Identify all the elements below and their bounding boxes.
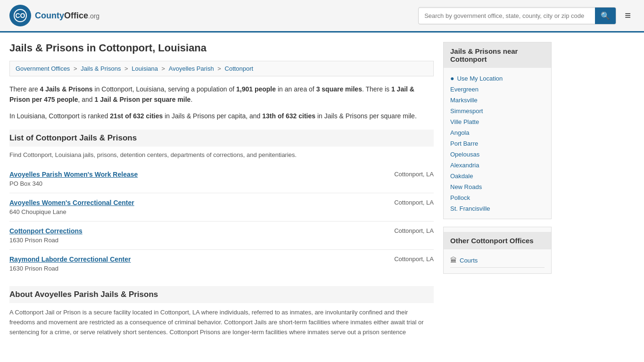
listing-left-2: Cottonport Corrections 1630 Prison Road (9, 227, 385, 244)
listing-name-2[interactable]: Cottonport Corrections (9, 227, 385, 235)
search-button[interactable]: 🔍 (595, 8, 616, 24)
logo-area: CO CountyOffice.org (9, 5, 99, 26)
svg-text:CO: CO (16, 12, 25, 19)
sidebar-city-new-roads[interactable]: New Roads (450, 181, 545, 192)
other-offices-header: Other Cottonport Offices (444, 232, 551, 249)
listing-location-2: Cottonport, LA (385, 227, 434, 234)
courts-label: Courts (460, 257, 478, 264)
page-container: Jails & Prisons in Cottonport, Louisiana… (0, 33, 644, 347)
nearby-header-text: Jails & Prisons near Cottonport (450, 47, 518, 63)
breadcrumb-jails[interactable]: Jails & Prisons (81, 65, 121, 72)
divider (450, 267, 545, 268)
breadcrumb-louisiana[interactable]: Louisiana (132, 65, 158, 72)
jails-count: 4 Jails & Prisons (40, 85, 93, 93)
logo-text: CountyOffice.org (35, 11, 99, 21)
listing-item: Raymond Laborde Correctional Center 1630… (9, 250, 434, 278)
rank-per-sqmi: 13th of 632 cities (262, 112, 315, 120)
sidebar-city-angola[interactable]: Angola (450, 127, 545, 138)
use-my-location-link[interactable]: ● Use My Location (450, 73, 545, 84)
breadcrumb-gov-offices[interactable]: Government Offices (16, 65, 70, 72)
courts-link[interactable]: 🏛 Courts (450, 254, 545, 266)
list-section-header: List of Cottonport Jails & Prisons (9, 130, 434, 147)
sidebar-city-simmesport[interactable]: Simmesport (450, 106, 545, 116)
sidebar-city-marksville[interactable]: Marksville (450, 95, 545, 106)
area: 3 square miles (316, 85, 362, 93)
nearby-jails-header: Jails & Prisons near Cottonport (444, 42, 551, 68)
sidebar-city-pollock[interactable]: Pollock (450, 192, 545, 203)
sidebar-city-port-barre[interactable]: Port Barre (450, 138, 545, 149)
breadcrumb-avoyelles[interactable]: Avoyelles Parish (169, 65, 214, 72)
listing-name-3[interactable]: Raymond Laborde Correctional Center (9, 255, 385, 263)
other-offices-header-text: Other Cottonport Offices (450, 237, 534, 245)
about-section-title: About Avoyelles Parish Jails & Prisons (9, 290, 434, 299)
rank-per-capita: 21st of 632 cities (110, 112, 163, 120)
summary-line1: There are 4 Jails & Prisons in Cottonpor… (9, 84, 434, 105)
sidebar-city-oakdale[interactable]: Oakdale (450, 171, 545, 181)
nearby-jails-content: ● Use My Location Evergreen Marksville S… (444, 68, 551, 219)
header-right: 🔍 ≡ (418, 7, 635, 25)
main-content: Jails & Prisons in Cottonport, Louisiana… (9, 42, 443, 337)
ratio-per-sqmi: 1 Jail & Prison per square mile (95, 96, 191, 103)
breadcrumb-cottonport[interactable]: Cottonport (225, 65, 254, 72)
sidebar-city-ville-platte[interactable]: Ville Platte (450, 116, 545, 127)
listing-item: Cottonport Corrections 1630 Prison Road … (9, 222, 434, 250)
find-text: Find Cottonport, Louisiana jails, prison… (9, 151, 434, 158)
sidebar-city-st-francisville[interactable]: St. Francisville (450, 203, 545, 214)
listing-location-0: Cottonport, LA (385, 171, 434, 178)
logo-icon: CO (9, 5, 31, 26)
sidebar: Jails & Prisons near Cottonport ● Use My… (443, 42, 552, 337)
sidebar-city-alexandria[interactable]: Alexandria (450, 160, 545, 171)
listing-item: Avoyelles Parish Women's Work Release PO… (9, 165, 434, 193)
page-title: Jails & Prisons in Cottonport, Louisiana (9, 42, 434, 54)
breadcrumb: Government Offices > Jails & Prisons > L… (9, 61, 434, 76)
breadcrumb-sep-3: > (162, 65, 167, 72)
listing-address-3: 1630 Prison Road (9, 265, 58, 272)
population: 1,901 people (236, 85, 276, 93)
breadcrumb-sep-1: > (74, 65, 79, 72)
other-offices-content: 🏛 Courts (444, 249, 551, 273)
breadcrumb-sep-2: > (124, 65, 130, 72)
listing-location-3: Cottonport, LA (385, 255, 434, 263)
menu-button[interactable]: ≡ (621, 8, 635, 24)
listing-left-1: Avoyelles Women's Correctional Center 64… (9, 199, 385, 215)
sidebar-city-evergreen[interactable]: Evergreen (450, 84, 545, 95)
list-section-title: List of Cottonport Jails & Prisons (9, 133, 434, 143)
listing-left-3: Raymond Laborde Correctional Center 1630… (9, 255, 385, 272)
search-input[interactable] (419, 8, 595, 23)
nearby-jails-box: Jails & Prisons near Cottonport ● Use My… (443, 42, 552, 219)
other-offices-box: Other Cottonport Offices 🏛 Courts (443, 227, 552, 274)
listing-name-0[interactable]: Avoyelles Parish Women's Work Release (9, 171, 385, 178)
site-header: CO CountyOffice.org 🔍 ≡ (0, 0, 644, 33)
listing-left-0: Avoyelles Parish Women's Work Release PO… (9, 171, 385, 187)
about-text: A Cottonport Jail or Prison is a secure … (9, 308, 434, 337)
search-bar: 🔍 (418, 7, 616, 25)
listing-address-0: PO Box 340 (9, 180, 42, 187)
listing-address-1: 640 Choupique Lane (9, 208, 66, 215)
breadcrumb-sep-4: > (217, 65, 223, 72)
location-icon: ● (450, 74, 454, 82)
sidebar-city-opelousas[interactable]: Opelousas (450, 149, 545, 160)
listing-address-2: 1630 Prison Road (9, 237, 58, 244)
summary-line2: In Louisiana, Cottonport is ranked 21st … (9, 111, 434, 121)
use-my-location-text: Use My Location (457, 75, 503, 82)
about-section-header: About Avoyelles Parish Jails & Prisons (9, 286, 434, 303)
listing-item: Avoyelles Women's Correctional Center 64… (9, 193, 434, 222)
courts-icon: 🏛 (450, 256, 457, 264)
listings-container: Avoyelles Parish Women's Work Release PO… (9, 165, 434, 278)
listing-name-1[interactable]: Avoyelles Women's Correctional Center (9, 199, 385, 206)
listing-location-1: Cottonport, LA (385, 199, 434, 206)
